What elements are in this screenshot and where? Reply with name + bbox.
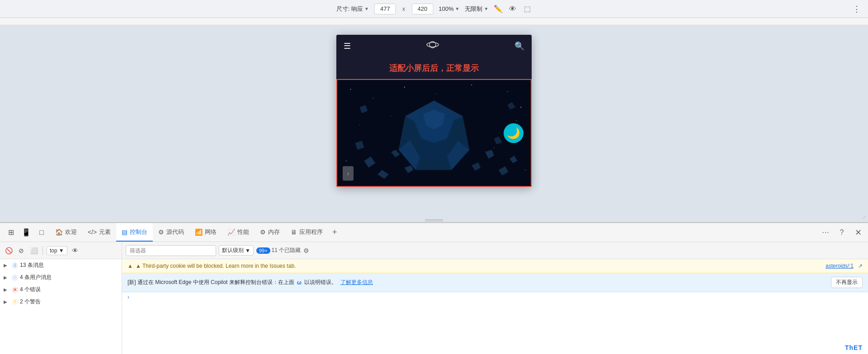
warning-triangle-icon: ▲ <box>127 263 133 269</box>
svg-point-15 <box>525 170 525 170</box>
tab-welcome[interactable]: 🏠 欢迎 <box>50 223 82 242</box>
expand-arrow-errors: ▶ <box>4 287 10 292</box>
eye-icon[interactable]: 👁 <box>508 5 517 14</box>
svg-point-7 <box>471 84 472 85</box>
thet-badge: ThET <box>845 344 863 351</box>
cast-icon[interactable]: ⬚ <box>523 5 532 14</box>
copilot-icon: ω <box>297 279 302 286</box>
message-badge: 99+ <box>256 247 270 254</box>
inspect-icon[interactable]: □ <box>34 225 49 240</box>
errors-dot: ✕ <box>12 287 18 293</box>
pen-icon[interactable]: ✏️ <box>494 5 503 14</box>
svg-point-11 <box>516 120 517 121</box>
height-input[interactable] <box>411 4 433 14</box>
tab-application-label: 应用程序 <box>299 228 323 236</box>
dock-icon[interactable]: ⊞ <box>4 225 18 240</box>
eye-filter-btn[interactable]: 👁 <box>70 246 80 256</box>
left-item-messages[interactable]: ▶ i 13 条消息 <box>0 259 122 271</box>
warning-source-link[interactable]: asteroids/:1 <box>826 263 854 269</box>
help-icon[interactable]: ? <box>835 226 848 239</box>
tab-elements[interactable]: </> 元素 <box>82 223 116 242</box>
device-icon[interactable]: 📱 <box>19 225 33 240</box>
limit-label: 无限制 <box>465 5 482 13</box>
svg-point-12 <box>391 116 391 116</box>
expand-arrow-icon: › <box>127 294 129 300</box>
devtools-panel: ⊞ 📱 □ 🏠 欢迎 </> 元素 ▤ 控制台 ⚙ 源代码 📶 网络 📈 性能 <box>0 222 868 354</box>
zoom-label: 100% <box>439 5 453 12</box>
context-select[interactable]: top ▼ <box>47 246 67 255</box>
performance-icon: 📈 <box>227 228 235 236</box>
add-tab-button[interactable]: + <box>328 226 341 239</box>
learn-more-link[interactable]: 了解更多信息 <box>340 279 373 286</box>
console-settings-icon[interactable]: ⚙ <box>303 247 309 254</box>
filter-input[interactable] <box>126 245 216 256</box>
stop-btn[interactable]: ⬜ <box>29 246 39 256</box>
search-icon-nav[interactable]: 🔍 <box>514 41 524 51</box>
info-banner-prefix: [新] 通过在 Microsoft Edge 中使用 Copilot 来解释控制… <box>127 279 294 286</box>
left-item-warnings[interactable]: ▶ ! 2 个警告 <box>0 296 122 308</box>
console-toolbar: 默认级别 ▼ 99+ 11 个已隐藏 ⚙ <box>122 242 868 259</box>
tab-application[interactable]: 🖥 应用程序 <box>285 223 328 242</box>
warnings-label: 2 个警告 <box>20 298 41 306</box>
splitter[interactable] <box>0 219 868 222</box>
expand-arrow-messages: ▶ <box>4 263 10 268</box>
ruler-controls: 尺寸: 响应 ▼ x 100% ▼ 无限制 ▼ ✏️ 👁 ⬚ <box>336 4 532 14</box>
moon-button[interactable]: 🌙 <box>504 123 524 143</box>
tab-sources[interactable]: ⚙ 源代码 <box>153 223 189 242</box>
moon-icon: 🌙 <box>507 127 520 140</box>
network-icon: 📶 <box>195 228 203 236</box>
warnings-dot: ! <box>12 299 18 305</box>
info-expand-row[interactable]: › <box>122 292 868 302</box>
planet-scene <box>337 80 531 186</box>
toolbar-divider <box>42 246 43 255</box>
expand-arrow-user: ▶ <box>4 275 10 280</box>
svg-point-10 <box>359 125 360 126</box>
tab-console[interactable]: ▤ 控制台 <box>116 223 153 242</box>
messages-label: 13 条消息 <box>20 261 44 269</box>
svg-point-14 <box>346 160 347 161</box>
badge-count: 99+ 11 个已隐藏 <box>256 247 301 254</box>
tab-console-label: 控制台 <box>130 228 147 236</box>
warning-banner-text: ▲ Third-party cookie will be blocked. Le… <box>136 263 296 269</box>
close-devtools-button[interactable]: ✕ <box>852 226 864 239</box>
tab-memory[interactable]: ⚙ 内存 <box>255 223 285 242</box>
filter-btn[interactable]: ⊘ <box>16 246 26 256</box>
tab-performance[interactable]: 📈 性能 <box>222 223 255 242</box>
corner-handle: ⟋ <box>861 214 868 221</box>
top-ruler-ticks <box>0 18 868 25</box>
more-options-icon[interactable]: ⋮ <box>853 4 861 14</box>
limit-dropdown-arrow: ▼ <box>484 6 488 11</box>
tab-sources-label: 源代码 <box>166 228 184 236</box>
svg-point-3 <box>350 89 351 90</box>
size-dropdown[interactable]: 尺寸: 响应 ▼ <box>336 5 369 13</box>
more-tabs-icon[interactable]: ⋯ <box>819 226 832 239</box>
limit-dropdown[interactable]: 无限制 ▼ <box>465 5 488 13</box>
elements-icon: </> <box>88 228 97 236</box>
cookie-warning-banner: ▲ ▲ Third-party cookie will be blocked. … <box>122 259 868 273</box>
width-input[interactable] <box>374 4 396 14</box>
hamburger-icon[interactable]: ☰ <box>344 41 351 51</box>
clear-console-btn[interactable]: 🚫 <box>4 246 14 256</box>
tab-network-label: 网络 <box>205 228 217 236</box>
svg-point-1 <box>427 42 439 47</box>
level-select[interactable]: 默认级别 ▼ <box>219 245 254 256</box>
devtools-tabs: ⊞ 📱 □ 🏠 欢迎 </> 元素 ▤ 控制台 ⚙ 源代码 📶 网络 📈 性能 <box>0 223 868 242</box>
user-dot: · <box>12 275 18 281</box>
external-link-icon[interactable]: ↗ <box>858 263 863 269</box>
planet-icon <box>426 38 439 54</box>
size-label: 尺寸: 响应 <box>336 5 363 13</box>
dismiss-button[interactable]: 不再显示 <box>831 277 863 288</box>
tabs-right: ⋯ ? ✕ <box>819 226 864 239</box>
left-item-errors[interactable]: ▶ ✕ 4 个错误 <box>0 284 122 296</box>
hidden-count: 11 个已隐藏 <box>272 247 301 254</box>
banner-right: 不再显示 <box>831 277 863 288</box>
left-item-user-messages[interactable]: ▶ · 4 条用户消息 <box>0 271 122 284</box>
svg-point-5 <box>404 87 405 88</box>
home-icon: 🏠 <box>55 228 63 236</box>
scroll-indicator: › <box>343 166 354 181</box>
device-preview: ☰ 🔍 适配小屏后后，正常显示 <box>336 35 532 187</box>
tab-network[interactable]: 📶 网络 <box>189 223 222 242</box>
hero-image: 🌙 › <box>337 80 531 186</box>
zoom-dropdown[interactable]: 100% ▼ <box>439 5 459 12</box>
info-banner-mid: 以说明错误。 <box>304 279 337 286</box>
